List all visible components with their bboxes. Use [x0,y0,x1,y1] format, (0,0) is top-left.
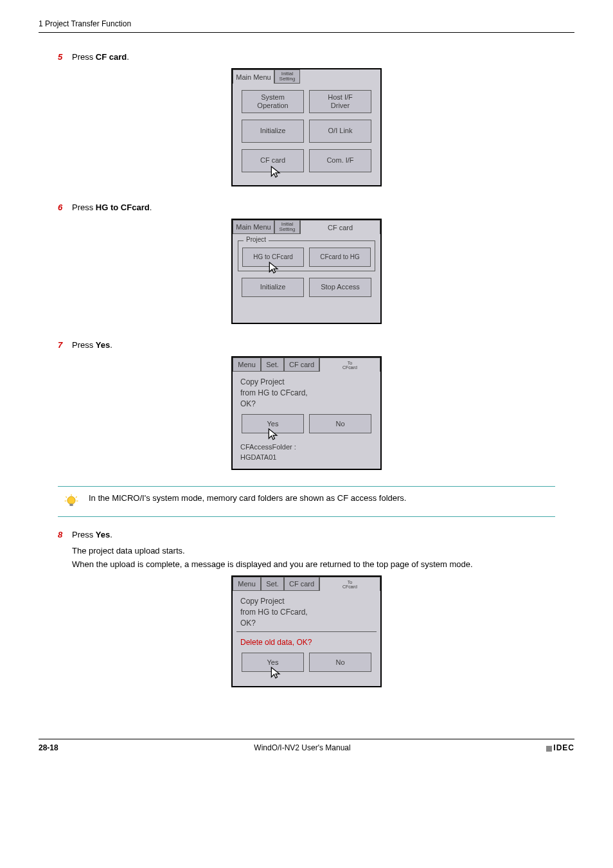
step-8-sub1: The project data upload starts. [72,546,574,556]
step-number: 5 [58,52,72,62]
cursor-icon [267,428,280,443]
tab-initial-setting[interactable]: InitialSetting [274,220,300,234]
device-screen-copy-confirm: Menu Set. CF card ToCFcard Copy Project … [231,356,382,470]
step-post: . [127,52,129,62]
yes-button[interactable]: Yes [242,414,304,433]
step-bold: Yes [96,340,110,350]
step-text: Press Yes. [72,340,574,350]
tab-menu[interactable]: Menu [233,357,261,372]
no-button[interactable]: No [309,414,371,433]
screenshot-1: Main Menu InitialSetting System Operatio… [39,68,574,186]
cursor-icon [269,666,282,682]
tab-initial-setting[interactable]: InitialSetting [274,69,300,84]
group-label: Project [244,236,269,243]
step-8-sub2: When the upload is complete, a message i… [72,559,574,569]
delete-warning: Delete old data, OK? [233,632,380,653]
tab-cf-card[interactable]: CF card [300,220,380,234]
svg-line-4 [76,496,77,498]
svg-line-3 [66,496,67,498]
step-6: 6 Press HG to CFcard. [58,203,574,212]
hg-to-cfcard-button[interactable]: HG to CFcard [242,248,304,267]
device-screen-cf-card: Main Menu InitialSetting CF card Project… [231,219,382,324]
tab-main-menu[interactable]: Main Menu [233,69,274,84]
tab-set[interactable]: Set. [261,357,284,372]
step-bold: CF card [96,52,127,62]
section-header: 1 Project Transfer Function [39,19,574,28]
brand-logo: IDEC [546,743,574,752]
oi-link-button[interactable]: O/I Link [309,120,371,143]
stop-access-button[interactable]: Stop Access [309,278,371,297]
tab-set[interactable]: Set. [261,577,284,591]
tab-line2: Setting [280,226,296,232]
tip-text: In the MICRO/I's system mode, memory car… [89,493,406,503]
cursor-icon [267,261,280,276]
step-pre: Press [72,52,96,62]
step-pre: Press [72,340,96,350]
step-pre: Press [72,530,96,539]
page-number: 28-18 [39,743,58,752]
step-bold: Yes [96,530,110,539]
step-post: . [110,530,112,539]
step-text: Press Yes. [72,530,574,539]
cursor-icon [269,165,282,181]
tab-line2: CFcard [342,365,357,370]
hg-to-cfcard-label: HG to CFcard [253,253,293,261]
screenshot-3: Menu Set. CF card ToCFcard Copy Project … [39,356,574,470]
svg-rect-1 [69,504,73,506]
screenshot-4: Menu Set. CF card ToCFcard Copy Project … [39,575,574,687]
initialize-button[interactable]: Initialize [242,278,304,297]
tab-main-menu[interactable]: Main Menu [233,220,274,234]
tab-menu[interactable]: Menu [233,577,261,591]
step-8: 8 Press Yes. [58,530,574,539]
tab-cf-card[interactable]: CF card [284,357,319,372]
cf-card-button[interactable]: CF card [242,149,304,172]
lightbulb-icon [63,493,80,510]
step-bold: HG to CFcard [96,203,150,212]
step-7: 7 Press Yes. [58,340,574,350]
tip-note: In the MICRO/I's system mode, memory car… [58,486,555,517]
manual-title: WindO/I-NV2 User's Manual [254,743,350,752]
cfcard-to-hg-button[interactable]: CFcard to HG [309,248,371,267]
tab-cf-card[interactable]: CF card [284,577,319,591]
yes-button[interactable]: Yes [242,653,304,672]
tab-to-cfcard[interactable]: ToCFcard [319,577,380,591]
initialize-button[interactable]: Initialize [242,120,304,143]
confirm-message: Copy Project from HG to CFcard, OK? [233,591,380,631]
step-text: Press CF card. [72,52,574,62]
header-rule [39,32,574,33]
cf-card-label: CF card [260,156,285,165]
step-post: . [110,340,112,350]
device-screen-main-menu: Main Menu InitialSetting System Operatio… [231,68,382,186]
step-number: 7 [58,340,72,350]
step-5: 5 Press CF card. [58,52,574,62]
step-pre: Press [72,203,96,212]
step-post: . [150,203,152,212]
screenshot-2: Main Menu InitialSetting CF card Project… [39,219,574,324]
no-button[interactable]: No [309,653,371,672]
tab-line2: Setting [280,76,296,82]
page-footer: 28-18 WindO/I-NV2 User's Manual IDEC [39,739,574,752]
cf-access-folder: CFAccessFolder : HGDATA01 [233,440,380,469]
system-operation-button[interactable]: System Operation [242,90,304,113]
svg-point-0 [67,496,75,504]
step-number: 6 [58,203,72,212]
tab-line2: CFcard [342,584,357,589]
com-if-button[interactable]: Com. I/F [309,149,371,172]
host-if-driver-button[interactable]: Host I/F Driver [309,90,371,113]
step-text: Press HG to CFcard. [72,203,574,212]
confirm-message: Copy Project from HG to CFcard, OK? [233,372,380,414]
tab-to-cfcard[interactable]: ToCFcard [319,357,380,372]
yes-label: Yes [267,658,279,667]
step-number: 8 [58,530,72,539]
tab-line1: To [348,361,352,365]
brand-text: IDEC [553,743,574,752]
project-group: Project HG to CFcard CFcard to HG [238,240,375,271]
device-screen-delete-confirm: Menu Set. CF card ToCFcard Copy Project … [231,575,382,687]
tab-line1: To [348,580,352,584]
yes-label: Yes [267,420,279,428]
